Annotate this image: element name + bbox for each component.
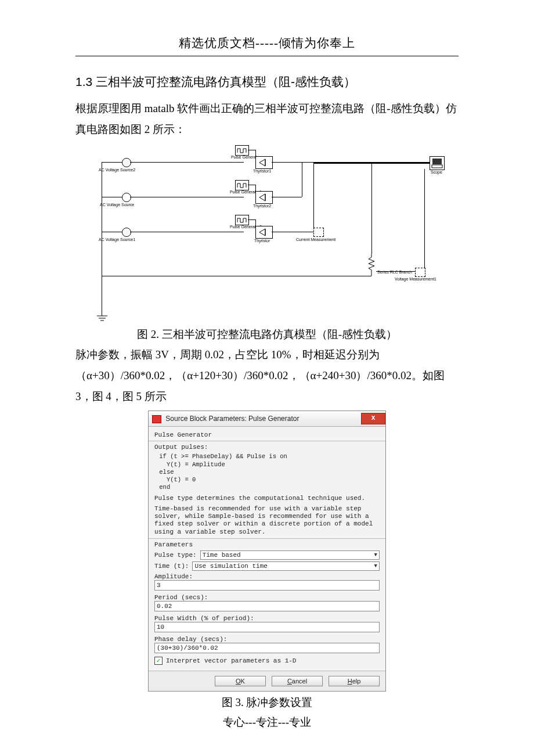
output-pulses-label: Output pulses: xyxy=(154,444,380,451)
cancel-button[interactable]: Cancel xyxy=(272,676,323,686)
width-input[interactable]: 10 xyxy=(154,622,380,632)
intro-paragraph: 根据原理图用 matalb 软件画出正确的三相半波可控整流电路（阻-感性负载）仿… xyxy=(75,98,459,140)
simulink-icon xyxy=(152,415,161,423)
period-input[interactable]: 0.02 xyxy=(154,601,380,611)
chevron-down-icon: ▼ xyxy=(374,552,377,558)
delay-label: Phase delay (secs): xyxy=(154,636,380,643)
interpret-1d-checkbox[interactable]: ✓ xyxy=(154,657,163,665)
page-footer: 专心---专注---专业 xyxy=(75,715,459,730)
amplitude-label: Amplitude: xyxy=(154,573,380,580)
svg-rect-0 xyxy=(432,159,442,164)
time-t-select[interactable]: Use simulation time▼ xyxy=(192,561,380,571)
svg-rect-1 xyxy=(432,165,442,168)
section-title: 1.3 三相半波可控整流电路仿真模型（阻-感性负载） xyxy=(75,74,459,90)
scope-label: Scope xyxy=(431,170,442,174)
dialog-desc2: Time-based is recommended for use with a… xyxy=(154,505,380,536)
volt-meas-label: Voltage Measurement1 xyxy=(395,277,436,281)
width-label: Pulse Width (% of period): xyxy=(154,615,380,622)
interpret-1d-label: Interpret vector parameters as 1-D xyxy=(166,657,296,664)
dialog-title: Source Block Parameters: Pulse Generator xyxy=(165,415,299,423)
pulse-type-label: Pulse type: xyxy=(154,552,197,559)
figure-simulink-model: AC Voltage Source2 AC Voltage Source AC … xyxy=(93,143,441,323)
ac-source1-label: AC Voltage Source1 xyxy=(99,237,135,242)
time-t-label: Time (t): xyxy=(154,563,189,570)
parameters-heading: Parameters xyxy=(154,541,380,548)
pulse-generator-dialog: Source Block Parameters: Pulse Generator… xyxy=(148,411,386,691)
pulse-code: if (t >= PhaseDelay) && Pulse is on Y(t)… xyxy=(156,453,380,491)
pulse-params-paragraph: 脉冲参数，振幅 3V，周期 0.02，占空比 10%，时相延迟分别为（α+30）… xyxy=(75,344,459,407)
ok-button[interactable]: OK xyxy=(215,676,266,686)
figure2-caption: 图 2. 三相半波可控整流电路仿真模型（阻-感性负载） xyxy=(75,327,459,342)
ac-source-label: AC Voltage Source xyxy=(100,203,134,207)
thyristor1-label: Thyristor1 xyxy=(253,169,271,173)
amplitude-input[interactable]: 3 xyxy=(154,580,380,591)
ac-source2-label: AC Voltage Source2 xyxy=(99,168,135,172)
dialog-heading: Pulse Generator xyxy=(154,431,380,438)
figure3-caption: 图 3. 脉冲参数设置 xyxy=(75,695,459,710)
thyristor2-label: Thyristor2 xyxy=(253,204,271,208)
help-button[interactable]: Help xyxy=(329,676,380,686)
current-meas-label: Current Measurement xyxy=(296,237,335,242)
page-header: 精选优质文档-----倾情为你奉上 xyxy=(75,35,459,56)
close-button[interactable]: x xyxy=(361,413,385,424)
dialog-desc1: Pulse type determines the computational … xyxy=(154,495,380,502)
chevron-down-icon: ▼ xyxy=(374,563,377,569)
thyristor-label: Thyristor xyxy=(254,239,270,243)
period-label: Period (secs): xyxy=(154,594,380,601)
pulse-type-select[interactable]: Time based▼ xyxy=(200,550,380,560)
delay-input[interactable]: (30+30)/360*0.02 xyxy=(154,643,380,653)
